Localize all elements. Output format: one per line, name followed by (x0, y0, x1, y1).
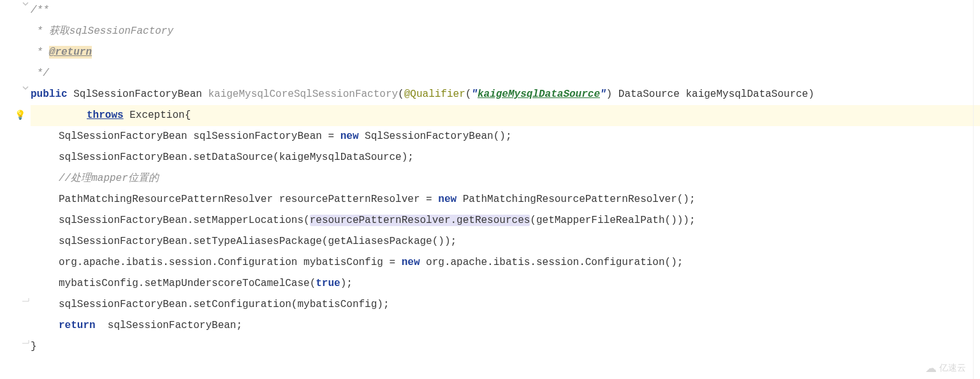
code-line[interactable]: //处理mapper位置的 (31, 168, 980, 189)
code-line[interactable]: sqlSessionFactoryBean.setDataSource(kaig… (31, 147, 980, 168)
code-line[interactable]: sqlSessionFactoryBean.setTypeAliasesPack… (31, 231, 980, 252)
code-line[interactable]: PathMatchingResourcePatternResolver reso… (31, 189, 980, 210)
watermark-text: 亿速云 (939, 362, 966, 374)
code-line[interactable]: sqlSessionFactoryBean.setMapperLocations… (31, 210, 980, 231)
code-area[interactable]: /** * 获取sqlSessionFactory * @return */ p… (31, 0, 980, 379)
code-line[interactable]: mybatisConfig.setMapUnderscoreToCamelCas… (31, 273, 980, 294)
method-name: kaigeMysqlCoreSqlSessionFactory (208, 89, 398, 100)
code-line[interactable]: public SqlSessionFactoryBean kaigeMysqlC… (31, 84, 980, 105)
intention-bulb-icon[interactable]: 💡 (15, 105, 26, 126)
watermark: ☁ 亿速云 (925, 361, 966, 375)
fold-marker-icon[interactable] (22, 84, 29, 92)
code-line[interactable]: * 获取sqlSessionFactory (31, 21, 980, 42)
code-line-highlighted[interactable]: throws Exception{ (31, 105, 980, 126)
code-editor[interactable]: 💡 /** * 获取sqlSessionFactory * @return */… (0, 0, 980, 379)
right-margin-guide (973, 0, 974, 379)
fold-end-marker-icon (22, 336, 29, 344)
code-line[interactable]: sqlSessionFactoryBean.setConfiguration(m… (31, 294, 980, 315)
code-line[interactable]: } (31, 336, 980, 357)
code-line[interactable]: * @return (31, 42, 980, 63)
code-line[interactable]: */ (31, 63, 980, 84)
code-line[interactable]: org.apache.ibatis.session.Configuration … (31, 252, 980, 273)
javadoc-return-tag: @return (49, 46, 92, 59)
cloud-icon: ☁ (925, 361, 937, 375)
editor-gutter: 💡 (0, 0, 31, 379)
code-line[interactable]: return sqlSessionFactoryBean; (31, 315, 980, 336)
usage-highlight: resourcePatternResolver.getResources (310, 215, 530, 226)
fold-end-marker-icon (22, 294, 29, 302)
fold-marker-icon[interactable] (22, 0, 29, 8)
code-line[interactable]: SqlSessionFactoryBean sqlSessionFactoryB… (31, 126, 980, 147)
code-line[interactable]: /** (31, 0, 980, 21)
